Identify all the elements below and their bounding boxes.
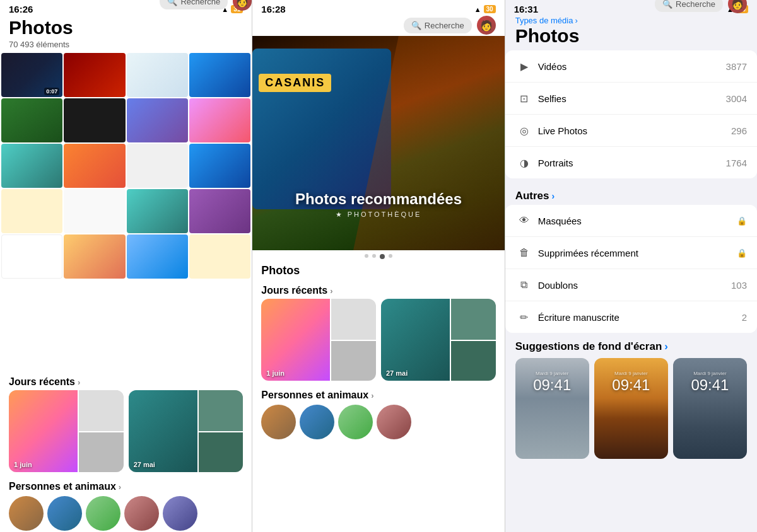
wallpaper-card-1[interactable]: Mardi 9 janvier 09:41 <box>515 358 589 459</box>
grid-cell-13[interactable] <box>1 189 62 233</box>
media-row-deleted[interactable]: 🗑 Supprimées récemment 🔒 <box>505 237 757 269</box>
people-row-1 <box>0 495 252 532</box>
day-sm2-1 <box>78 431 124 472</box>
day-big-1 <box>9 390 78 472</box>
grid-cell-4[interactable] <box>189 53 250 97</box>
selfie-icon: ⊡ <box>515 90 533 107</box>
search-icon-3: 🔍 <box>662 0 672 9</box>
person-2[interactable] <box>47 496 82 531</box>
grid-cell-10[interactable] <box>64 144 125 188</box>
search-button-1[interactable]: 🔍 Recherche <box>160 0 228 9</box>
person-4[interactable] <box>124 496 159 531</box>
dot-1[interactable] <box>365 254 368 258</box>
p2-day-card-may27[interactable]: 27 mai <box>381 299 496 381</box>
photo-grid-1: 0:07 <box>0 53 252 371</box>
grid-cell-20[interactable] <box>189 234 250 279</box>
wallpaper-section: Suggestions de fond d'écran › Mardi 9 ja… <box>505 337 757 463</box>
media-row-handwriting[interactable]: ✏ Écriture manuscrite 2 <box>505 301 757 333</box>
avatar-3[interactable]: 🧑 <box>728 0 747 13</box>
status-time-2: 16:28 <box>261 4 285 14</box>
day-sm1-1 <box>78 390 124 431</box>
recent-days-title-1[interactable]: Jours récents › <box>0 371 252 390</box>
grid-cell-12[interactable] <box>189 144 250 188</box>
p2-days-row: 1 juin 27 mai <box>252 299 504 385</box>
grid-cell-3[interactable] <box>127 53 188 97</box>
p3-header: 🔍 Recherche 🧑 Types de média › Photos <box>505 16 757 50</box>
media-row-livephotos[interactable]: ◎ Live Photos 296 <box>505 115 757 147</box>
grid-cell-5[interactable] <box>1 98 62 142</box>
hero-title: Photos recommandées <box>252 190 504 208</box>
grid-cell-16[interactable] <box>189 189 250 233</box>
p2-title: Photos <box>261 264 495 277</box>
p2-day-sm2-1 <box>330 340 376 381</box>
wallpaper-card-2[interactable]: Mardi 9 janvier 09:41 <box>594 358 668 459</box>
p2-day-big-2 <box>381 299 450 381</box>
media-row-selfies[interactable]: ⊡ Selfies 3004 <box>505 83 757 115</box>
videos-label: Vidéos <box>538 61 726 72</box>
breadcrumb[interactable]: Types de média › <box>515 16 747 25</box>
p2-day-card-june1[interactable]: 1 juin <box>261 299 376 381</box>
media-types-group: ▶ Vidéos 3877 ⊡ Selfies 3004 ◎ Live Phot… <box>505 50 757 178</box>
duplicates-label: Doublons <box>538 280 731 291</box>
grid-cell-9[interactable] <box>1 144 62 188</box>
p2-person-2[interactable] <box>300 405 334 439</box>
grid-cell-1[interactable]: 0:07 <box>1 53 62 97</box>
person-5[interactable] <box>163 496 197 531</box>
grid-cell-11[interactable] <box>127 144 188 188</box>
people-title-1[interactable]: Personnes et animaux › <box>0 476 252 495</box>
p2-person-4[interactable] <box>377 405 411 439</box>
video-icon: ▶ <box>515 57 533 75</box>
livephoto-icon: ◎ <box>515 122 533 139</box>
grid-cell-19[interactable] <box>127 234 188 279</box>
p2-person-3[interactable] <box>338 405 373 439</box>
day-card-may27[interactable]: 27 mai <box>129 390 244 472</box>
p3-scroll[interactable]: ▶ Vidéos 3877 ⊡ Selfies 3004 ◎ Live Phot… <box>505 50 757 532</box>
media-row-portraits[interactable]: ◑ Portraits 1764 <box>505 147 757 178</box>
status-bar-2: 16:28 ▲ 30 <box>252 0 504 16</box>
wifi-icon-2: ▲ <box>474 6 481 13</box>
dot-2[interactable] <box>372 254 376 258</box>
search-label-2: Recherche <box>425 21 464 30</box>
person-3[interactable] <box>86 496 120 531</box>
day-card-june1[interactable]: 1 juin <box>9 390 124 472</box>
search-button-3[interactable]: 🔍 Recherche <box>655 0 723 12</box>
grid-cell-7[interactable] <box>127 98 188 142</box>
media-row-duplicates[interactable]: ⧉ Doublons 103 <box>505 269 757 301</box>
deleted-label: Supprimées récemment <box>538 248 737 258</box>
grid-cell-17[interactable] <box>1 234 62 279</box>
grid-cell-15[interactable] <box>127 189 188 233</box>
dot-3[interactable] <box>380 254 385 259</box>
wallpaper-chevron: › <box>664 340 668 353</box>
people-title-2[interactable]: Personnes et animaux › <box>252 385 504 403</box>
hero-subtitle: ★ PHOTOTHÈQUE <box>252 211 504 219</box>
handwriting-label: Écriture manuscrite <box>538 312 742 323</box>
portraits-label: Portraits <box>538 158 726 168</box>
p2-day-sm1-1 <box>330 299 376 340</box>
panel-photos-1: 16:26 ▲ 31 🔍 Recherche 🧑 Photos 70 493 é… <box>0 0 252 532</box>
p2-people-row <box>252 403 504 441</box>
dot-4[interactable] <box>389 254 392 258</box>
search-button-2[interactable]: 🔍 Recherche <box>404 18 472 33</box>
battery-2: 30 <box>484 5 496 13</box>
p1-header: Photos 70 493 éléments <box>0 14 252 53</box>
media-row-hidden[interactable]: 👁 Masquées 🔒 <box>505 205 757 237</box>
search-label-1: Recherche <box>180 0 220 6</box>
person-1[interactable] <box>9 496 44 531</box>
p2-day-big-1 <box>261 299 330 381</box>
autres-header: Autres › <box>505 183 757 205</box>
grid-cell-6[interactable] <box>64 98 125 142</box>
breadcrumb-chevron: › <box>575 16 577 25</box>
p2-person-1[interactable] <box>261 405 296 439</box>
grid-cell-8[interactable] <box>189 98 250 142</box>
wallpaper-card-3[interactable]: Mardi 9 janvier 09:41 <box>673 358 747 459</box>
media-row-videos[interactable]: ▶ Vidéos 3877 <box>505 50 757 83</box>
avatar-1[interactable]: 🧑 <box>233 0 252 11</box>
recent-days-title-2[interactable]: Jours récents › <box>252 280 504 299</box>
avatar-2[interactable]: 🧑 <box>477 16 496 35</box>
grid-cell-18[interactable] <box>64 234 125 279</box>
panel-media-types: 16:31 ▲ 29 🔍 Recherche 🧑 Types de média … <box>505 0 757 532</box>
grid-cell-14[interactable] <box>64 189 125 233</box>
chevron-recent-1: › <box>78 378 80 387</box>
grid-cell-2[interactable] <box>64 53 125 97</box>
star-icon: ★ <box>336 211 348 218</box>
